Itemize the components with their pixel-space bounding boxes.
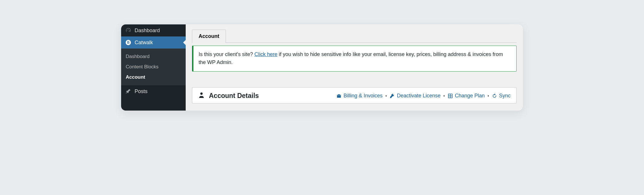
main-content: Account Is this your client's site? Clic… xyxy=(186,24,523,111)
action-label: Change Plan xyxy=(455,93,485,99)
key-icon xyxy=(390,93,395,99)
sidebar-item-label: Catwalk xyxy=(135,40,153,46)
admin-sidebar: Dashboard B Catwalk Dashboard Content Bl… xyxy=(121,24,186,111)
sidebar-subitem-account[interactable]: Account xyxy=(121,72,186,82)
panel-title: Account Details xyxy=(198,92,259,100)
action-label: Billing & Invoices xyxy=(344,93,383,99)
panel-actions: Billing & Invoices • Deactivate License … xyxy=(336,93,511,99)
client-site-notice: Is this your client's site? Click here i… xyxy=(192,46,517,72)
action-change-plan[interactable]: Change Plan xyxy=(448,93,485,99)
panel-title-text: Account Details xyxy=(209,92,259,100)
grid-icon xyxy=(448,93,453,99)
separator-dot: • xyxy=(385,94,387,98)
tab-underline xyxy=(192,43,517,43)
tab-bar: Account xyxy=(192,30,517,43)
pin-icon xyxy=(125,88,131,94)
notice-link[interactable]: Click here xyxy=(255,51,278,57)
sidebar-item-dashboard[interactable]: Dashboard xyxy=(121,24,186,36)
user-icon xyxy=(198,92,205,100)
svg-text:B: B xyxy=(127,40,130,45)
tab-account[interactable]: Account xyxy=(192,30,226,43)
sidebar-subitem-dashboard[interactable]: Dashboard xyxy=(121,51,186,62)
sidebar-item-posts[interactable]: Posts xyxy=(121,85,186,97)
sidebar-item-label: Posts xyxy=(135,88,148,94)
tab-label: Account xyxy=(199,33,219,39)
action-sync[interactable]: Sync xyxy=(492,93,511,99)
sidebar-subitem-label: Content Blocks xyxy=(126,64,158,69)
action-billing[interactable]: Billing & Invoices xyxy=(336,93,383,99)
sidebar-subitem-label: Dashboard xyxy=(126,54,150,59)
dashboard-icon xyxy=(125,27,131,34)
sidebar-subitem-label: Account xyxy=(126,74,145,80)
sidebar-subitem-content-blocks[interactable]: Content Blocks xyxy=(121,62,186,72)
sync-icon xyxy=(492,93,497,99)
action-label: Sync xyxy=(499,93,511,99)
separator-dot: • xyxy=(488,94,489,98)
action-label: Deactivate License xyxy=(397,93,441,99)
briefcase-icon xyxy=(336,93,342,99)
sidebar-submenu: Dashboard Content Blocks Account xyxy=(121,49,186,85)
action-deactivate[interactable]: Deactivate License xyxy=(390,93,441,99)
account-details-panel: Account Details Billing & Invoices • Dea… xyxy=(192,87,517,103)
sidebar-item-plugin[interactable]: B Catwalk xyxy=(121,36,186,49)
separator-dot: • xyxy=(443,94,445,98)
admin-frame: Dashboard B Catwalk Dashboard Content Bl… xyxy=(121,24,523,111)
sidebar-item-label: Dashboard xyxy=(135,28,160,34)
notice-text-pre: Is this your client's site? xyxy=(199,51,255,57)
svg-point-2 xyxy=(200,92,203,95)
plugin-icon: B xyxy=(125,39,131,46)
